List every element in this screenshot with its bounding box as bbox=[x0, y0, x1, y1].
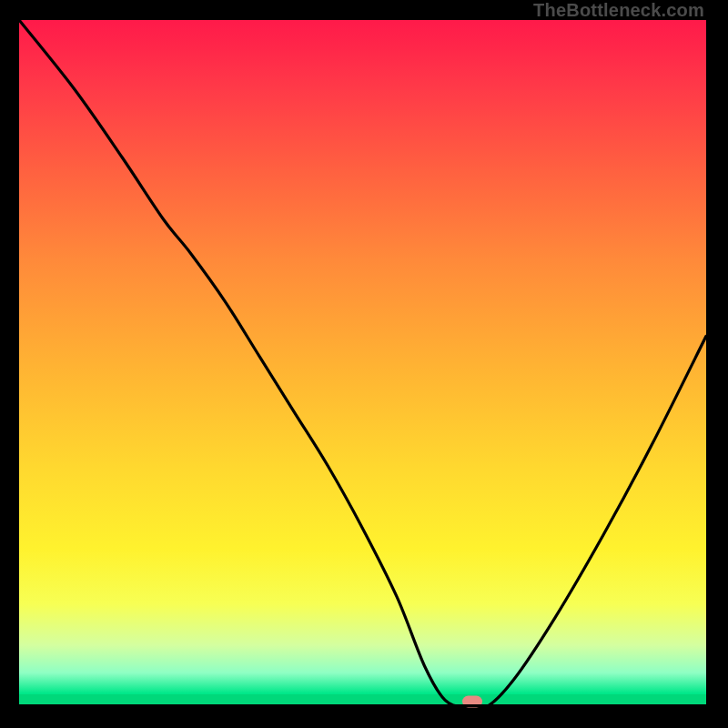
bottleneck-curve bbox=[19, 20, 706, 707]
chart-x-axis bbox=[19, 704, 706, 707]
chart-plot-area bbox=[19, 20, 706, 707]
chart-curve-svg bbox=[19, 20, 706, 707]
watermark-text: TheBottleneck.com bbox=[533, 0, 704, 21]
